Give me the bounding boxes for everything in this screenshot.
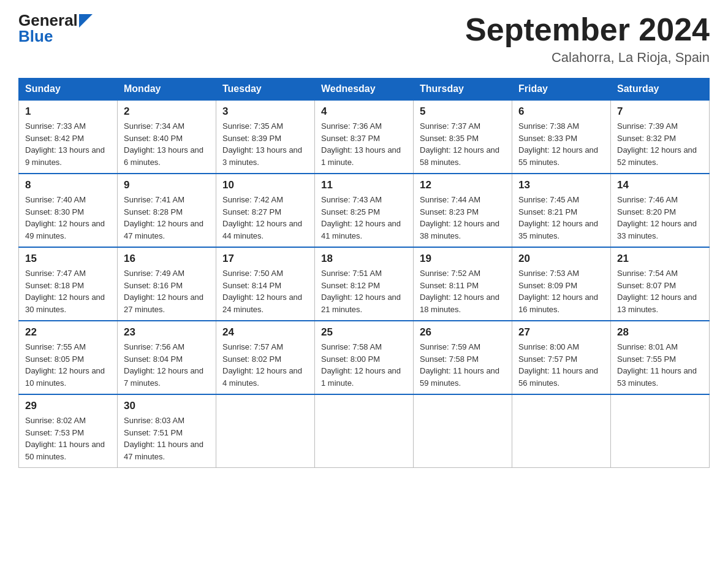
calendar-cell: 21Sunrise: 7:54 AMSunset: 8:07 PMDayligh… [611, 247, 710, 321]
day-number: 3 [222, 105, 308, 118]
week-row-3: 15Sunrise: 7:47 AMSunset: 8:18 PMDayligh… [19, 247, 710, 321]
day-number: 8 [25, 179, 111, 191]
day-number: 28 [617, 326, 703, 339]
day-number: 25 [321, 326, 407, 339]
day-info: Sunrise: 7:43 AMSunset: 8:25 PMDaylight:… [321, 194, 407, 242]
logo-general-text: General [18, 12, 78, 28]
logo-blue-text: Blue [18, 27, 53, 46]
header-monday: Monday [118, 79, 216, 101]
logo-triangle-icon [79, 14, 93, 28]
day-number: 21 [617, 253, 703, 265]
day-number: 18 [321, 253, 407, 265]
calendar-cell [216, 394, 315, 468]
calendar-cell: 8Sunrise: 7:40 AMSunset: 8:30 PMDaylight… [19, 174, 118, 247]
header-tuesday: Tuesday [216, 79, 315, 101]
day-info: Sunrise: 7:54 AMSunset: 8:07 PMDaylight:… [617, 267, 703, 315]
header-friday: Friday [512, 79, 611, 101]
day-number: 26 [420, 326, 506, 339]
calendar-cell: 14Sunrise: 7:46 AMSunset: 8:20 PMDayligh… [611, 174, 710, 247]
week-row-4: 22Sunrise: 7:55 AMSunset: 8:05 PMDayligh… [19, 321, 710, 394]
day-number: 20 [518, 253, 604, 265]
day-info: Sunrise: 7:52 AMSunset: 8:11 PMDaylight:… [420, 267, 506, 315]
day-info: Sunrise: 8:03 AMSunset: 7:51 PMDaylight:… [124, 415, 210, 462]
day-number: 2 [124, 105, 210, 118]
day-info: Sunrise: 7:44 AMSunset: 8:23 PMDaylight:… [420, 194, 506, 242]
header-saturday: Saturday [611, 79, 710, 101]
day-info: Sunrise: 7:56 AMSunset: 8:04 PMDaylight:… [124, 341, 210, 389]
day-number: 6 [518, 105, 604, 118]
calendar-cell: 17Sunrise: 7:50 AMSunset: 8:14 PMDayligh… [216, 247, 315, 321]
day-info: Sunrise: 7:37 AMSunset: 8:35 PMDaylight:… [420, 120, 506, 168]
day-number: 16 [124, 253, 210, 265]
svg-marker-0 [79, 14, 93, 28]
header-thursday: Thursday [414, 79, 512, 101]
day-number: 10 [222, 179, 308, 191]
calendar-cell: 20Sunrise: 7:53 AMSunset: 8:09 PMDayligh… [512, 247, 611, 321]
day-info: Sunrise: 7:38 AMSunset: 8:33 PMDaylight:… [518, 120, 604, 168]
calendar-cell [512, 394, 611, 468]
day-info: Sunrise: 7:51 AMSunset: 8:12 PMDaylight:… [321, 267, 407, 315]
day-number: 19 [420, 253, 506, 265]
calendar-cell: 7Sunrise: 7:39 AMSunset: 8:32 PMDaylight… [611, 100, 710, 174]
logo: General Blue [18, 12, 93, 46]
calendar-cell [315, 394, 414, 468]
day-info: Sunrise: 7:55 AMSunset: 8:05 PMDaylight:… [25, 341, 111, 389]
calendar-cell: 28Sunrise: 8:01 AMSunset: 7:55 PMDayligh… [611, 321, 710, 394]
calendar-title: September 2024 [465, 12, 710, 47]
day-info: Sunrise: 7:34 AMSunset: 8:40 PMDaylight:… [124, 120, 210, 168]
page-header: General Blue September 2024 Calahorra, L… [18, 12, 710, 66]
calendar-cell: 16Sunrise: 7:49 AMSunset: 8:16 PMDayligh… [118, 247, 216, 321]
week-row-1: 1Sunrise: 7:33 AMSunset: 8:42 PMDaylight… [19, 100, 710, 174]
day-info: Sunrise: 7:36 AMSunset: 8:37 PMDaylight:… [321, 120, 407, 168]
day-info: Sunrise: 7:42 AMSunset: 8:27 PMDaylight:… [222, 194, 308, 242]
calendar-cell: 5Sunrise: 7:37 AMSunset: 8:35 PMDaylight… [414, 100, 512, 174]
day-info: Sunrise: 7:47 AMSunset: 8:18 PMDaylight:… [25, 267, 111, 315]
calendar-cell: 11Sunrise: 7:43 AMSunset: 8:25 PMDayligh… [315, 174, 414, 247]
calendar-table: Sunday Monday Tuesday Wednesday Thursday… [18, 78, 710, 468]
calendar-cell [611, 394, 710, 468]
day-number: 9 [124, 179, 210, 191]
day-info: Sunrise: 7:40 AMSunset: 8:30 PMDaylight:… [25, 194, 111, 242]
day-info: Sunrise: 7:49 AMSunset: 8:16 PMDaylight:… [124, 267, 210, 315]
calendar-cell [414, 394, 512, 468]
day-number: 15 [25, 253, 111, 265]
calendar-cell: 18Sunrise: 7:51 AMSunset: 8:12 PMDayligh… [315, 247, 414, 321]
day-info: Sunrise: 7:45 AMSunset: 8:21 PMDaylight:… [518, 194, 604, 242]
calendar-cell: 29Sunrise: 8:02 AMSunset: 7:53 PMDayligh… [19, 394, 118, 468]
day-number: 13 [518, 179, 604, 191]
day-number: 24 [222, 326, 308, 339]
day-info: Sunrise: 7:50 AMSunset: 8:14 PMDaylight:… [222, 267, 308, 315]
day-number: 5 [420, 105, 506, 118]
calendar-cell: 25Sunrise: 7:58 AMSunset: 8:00 PMDayligh… [315, 321, 414, 394]
day-info: Sunrise: 7:39 AMSunset: 8:32 PMDaylight:… [617, 120, 703, 168]
calendar-cell: 2Sunrise: 7:34 AMSunset: 8:40 PMDaylight… [118, 100, 216, 174]
week-row-5: 29Sunrise: 8:02 AMSunset: 7:53 PMDayligh… [19, 394, 710, 468]
day-info: Sunrise: 8:00 AMSunset: 7:57 PMDaylight:… [518, 341, 604, 389]
calendar-cell: 15Sunrise: 7:47 AMSunset: 8:18 PMDayligh… [19, 247, 118, 321]
day-info: Sunrise: 8:02 AMSunset: 7:53 PMDaylight:… [25, 415, 111, 462]
day-number: 11 [321, 179, 407, 191]
calendar-cell: 13Sunrise: 7:45 AMSunset: 8:21 PMDayligh… [512, 174, 611, 247]
day-number: 1 [25, 105, 111, 118]
calendar-cell: 23Sunrise: 7:56 AMSunset: 8:04 PMDayligh… [118, 321, 216, 394]
calendar-cell: 3Sunrise: 7:35 AMSunset: 8:39 PMDaylight… [216, 100, 315, 174]
day-number: 29 [25, 400, 111, 412]
day-info: Sunrise: 8:01 AMSunset: 7:55 PMDaylight:… [617, 341, 703, 389]
day-info: Sunrise: 7:46 AMSunset: 8:20 PMDaylight:… [617, 194, 703, 242]
calendar-cell: 24Sunrise: 7:57 AMSunset: 8:02 PMDayligh… [216, 321, 315, 394]
calendar-cell: 9Sunrise: 7:41 AMSunset: 8:28 PMDaylight… [118, 174, 216, 247]
day-info: Sunrise: 7:41 AMSunset: 8:28 PMDaylight:… [124, 194, 210, 242]
day-info: Sunrise: 7:57 AMSunset: 8:02 PMDaylight:… [222, 341, 308, 389]
day-number: 22 [25, 326, 111, 339]
day-info: Sunrise: 7:53 AMSunset: 8:09 PMDaylight:… [518, 267, 604, 315]
calendar-cell: 27Sunrise: 8:00 AMSunset: 7:57 PMDayligh… [512, 321, 611, 394]
day-info: Sunrise: 7:59 AMSunset: 7:58 PMDaylight:… [420, 341, 506, 389]
calendar-subtitle: Calahorra, La Rioja, Spain [465, 50, 710, 66]
calendar-cell: 22Sunrise: 7:55 AMSunset: 8:05 PMDayligh… [19, 321, 118, 394]
calendar-cell: 10Sunrise: 7:42 AMSunset: 8:27 PMDayligh… [216, 174, 315, 247]
calendar-cell: 12Sunrise: 7:44 AMSunset: 8:23 PMDayligh… [414, 174, 512, 247]
day-number: 17 [222, 253, 308, 265]
day-info: Sunrise: 7:58 AMSunset: 8:00 PMDaylight:… [321, 341, 407, 389]
day-number: 23 [124, 326, 210, 339]
calendar-cell: 4Sunrise: 7:36 AMSunset: 8:37 PMDaylight… [315, 100, 414, 174]
